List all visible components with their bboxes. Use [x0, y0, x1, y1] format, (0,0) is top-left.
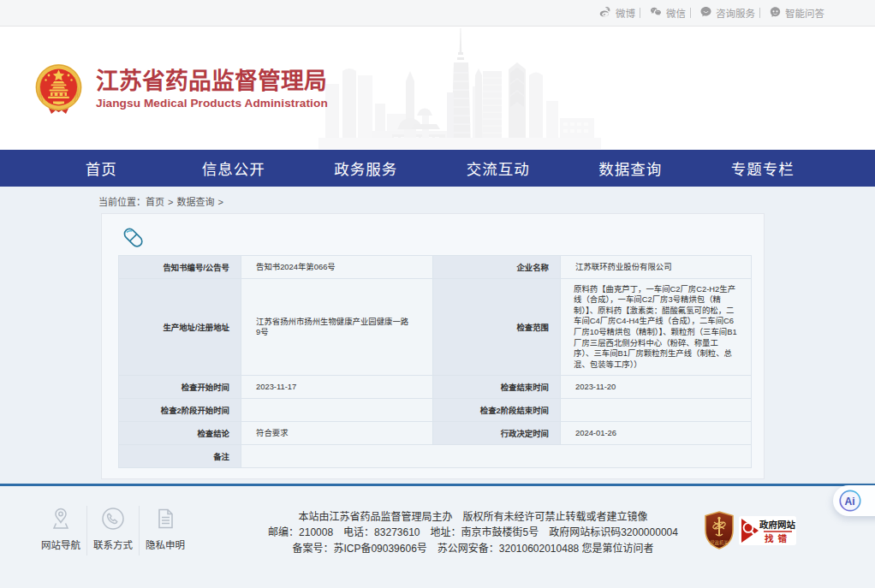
footer-link-contact[interactable]: 联系方式	[87, 506, 139, 551]
city-skyline-watermark	[318, 28, 601, 149]
field-label-notice-number: 告知书编号/公告号	[119, 256, 241, 279]
phone-icon	[87, 506, 139, 532]
field-value-notice-number: 告知书2024年第066号	[241, 256, 433, 279]
table-row: 告知书编号/公告号 告知书2024年第066号 企业名称 江苏联环药业股份有限公…	[119, 256, 752, 279]
footer-link-sitemap-label: 网站导航	[35, 538, 86, 551]
table-row: 备注	[119, 445, 752, 468]
svg-text:Ai: Ai	[845, 496, 855, 508]
nav-item-gov-services[interactable]: 政务服务	[300, 150, 432, 187]
ai-icon: Ai	[839, 490, 861, 512]
weibo-link[interactable]: 微博	[598, 5, 635, 21]
field-value-admin-decision-date: 2024-01-26	[561, 422, 752, 445]
nav-item-info-disclosure[interactable]: 信息公开	[168, 150, 301, 187]
nav-item-special-topics[interactable]: 专题专栏	[697, 150, 830, 187]
field-label-remarks: 备注	[119, 445, 241, 468]
sitemap-icon	[35, 506, 86, 532]
topbar-divider	[640, 8, 640, 18]
svg-text:找错: 找错	[765, 532, 791, 543]
field-value-phase2-start	[241, 399, 433, 422]
topbar-links: 微博 微信 咨询服务 智能问答	[598, 0, 824, 26]
footer-badges: 党政机关 政府网站 找错	[704, 511, 796, 553]
smart-qa-label: 智能问答	[785, 6, 824, 20]
table-row: 检查结论 符合要求 行政决定时间 2024-01-26	[119, 422, 752, 445]
footer-icp-line: 备案号：苏ICP备09039606号 苏公网安备：32010602010488 …	[257, 541, 689, 556]
field-label-phase2-end: 检查2阶段结束时间	[433, 399, 561, 422]
field-label-inspection-scope: 检查范围	[433, 279, 561, 376]
field-label-admin-decision-date: 行政决定时间	[433, 422, 561, 445]
party-gov-badge[interactable]: 党政机关	[704, 511, 735, 553]
consult-label: 咨询服务	[716, 6, 755, 20]
main-content: 当前位置：首页>数据查询> 告知书编号/公告号 告知书2024年第066号 企业…	[0, 187, 875, 484]
weibo-icon	[598, 5, 616, 21]
site-brand: 江苏省药品监督管理局 Jiangsu Medical Products Admi…	[96, 69, 328, 110]
table-row: 检查开始时间 2023-11-17 检查结束时间 2023-11-20	[119, 376, 752, 399]
nav-list: 首页 信息公开 政务服务 交流互动 数据查询 专题专栏	[35, 150, 829, 187]
wechat-label: 微信	[666, 6, 686, 20]
national-emblem-logo	[34, 63, 83, 116]
footer-contact-line: 邮编：210008 电话：83273610 地址：南京市鼓楼街5号 政府网站标识…	[257, 525, 689, 540]
table-row: 检查2阶段开始时间 检查2阶段结束时间	[119, 399, 752, 422]
breadcrumb-home-link[interactable]: 首页	[146, 197, 164, 207]
wechat-icon	[648, 5, 666, 21]
field-value-remarks	[241, 445, 752, 468]
field-label-inspection-start: 检查开始时间	[119, 376, 241, 399]
topbar-divider	[690, 8, 691, 18]
field-label-inspection-end: 检查结束时间	[433, 376, 561, 399]
footer-link-privacy-label: 隐私申明	[140, 538, 191, 551]
capsule-icon	[122, 226, 145, 252]
privacy-icon	[140, 506, 191, 532]
smart-qa-link[interactable]: 智能问答	[768, 5, 824, 21]
site-error-report-badge[interactable]: 政府网站 找错	[739, 516, 796, 549]
nav-item-data-query[interactable]: 数据查询	[564, 150, 697, 187]
field-value-inspection-end: 2023-11-20	[561, 376, 752, 399]
site-header: 江苏省药品监督管理局 Jiangsu Medical Products Admi…	[0, 27, 875, 150]
footer-link-sitemap[interactable]: 网站导航	[35, 506, 86, 551]
footer-link-contact-label: 联系方式	[87, 538, 139, 551]
svg-text:党政机关: 党政机关	[711, 539, 729, 546]
breadcrumb-separator: >	[217, 197, 223, 207]
field-label-production-address: 生产地址/注册地址	[119, 279, 241, 376]
breadcrumb: 当前位置：首页>数据查询>	[98, 194, 227, 208]
smart-qa-icon	[768, 5, 785, 21]
consult-service-link[interactable]: 咨询服务	[699, 5, 755, 21]
field-value-inspection-start: 2023-11-17	[241, 376, 433, 399]
nav-item-home[interactable]: 首页	[35, 150, 168, 187]
inspection-detail-table: 告知书编号/公告号 告知书2024年第066号 企业名称 江苏联环药业股份有限公…	[118, 255, 752, 468]
footer-link-privacy[interactable]: 隐私申明	[140, 506, 191, 551]
breadcrumb-separator: >	[168, 197, 173, 207]
svg-text:政府网站: 政府网站	[759, 520, 795, 530]
ai-assistant-button[interactable]: Ai	[833, 485, 875, 516]
field-value-production-address: 江苏省扬州市扬州生物健康产业园健康一路9号	[241, 279, 433, 376]
field-label-phase2-start: 检查2阶段开始时间	[119, 399, 241, 422]
nav-item-interaction[interactable]: 交流互动	[432, 150, 565, 187]
wechat-link[interactable]: 微信	[648, 5, 686, 21]
table-row: 生产地址/注册地址 江苏省扬州市扬州生物健康产业园健康一路9号 检查范围 原料药…	[119, 279, 752, 376]
field-value-company-name: 江苏联环药业股份有限公司	[561, 256, 752, 279]
footer-quick-links: 网站导航 联系方式 隐私申明	[35, 506, 191, 555]
field-value-phase2-end	[561, 399, 752, 422]
site-title-cn: 江苏省药品监督管理局	[96, 69, 328, 94]
field-value-inspection-conclusion: 符合要求	[241, 422, 433, 445]
consult-icon	[699, 5, 716, 21]
weibo-label: 微博	[616, 6, 635, 20]
field-label-company-name: 企业名称	[433, 256, 561, 279]
breadcrumb-prefix: 当前位置：	[98, 197, 146, 207]
site-title-en: Jiangsu Medical Products Administration	[96, 97, 328, 110]
footer-host-line: 本站由江苏省药品监督管理局主办 版权所有未经许可禁止转载或者建立镜像	[257, 509, 689, 525]
topbar-divider	[759, 8, 760, 18]
breadcrumb-data-query-link[interactable]: 数据查询	[176, 197, 214, 207]
inspection-record-card: 告知书编号/公告号 告知书2024年第066号 企业名称 江苏联环药业股份有限公…	[101, 213, 765, 479]
footer-info: 本站由江苏省药品监督管理局主办 版权所有未经许可禁止转载或者建立镜像 邮编：21…	[257, 509, 689, 556]
field-value-inspection-scope: 原料药【曲克芦丁，一车间C2厂房C2-H2生产线（合成），一车间C2厂房3号精烘…	[561, 279, 752, 376]
field-label-inspection-conclusion: 检查结论	[119, 422, 241, 445]
top-utility-bar: 微博 微信 咨询服务 智能问答	[0, 0, 875, 27]
footer: 网站导航 联系方式 隐私申明	[0, 486, 875, 588]
main-nav: 首页 信息公开 政务服务 交流互动 数据查询 专题专栏	[0, 150, 875, 187]
